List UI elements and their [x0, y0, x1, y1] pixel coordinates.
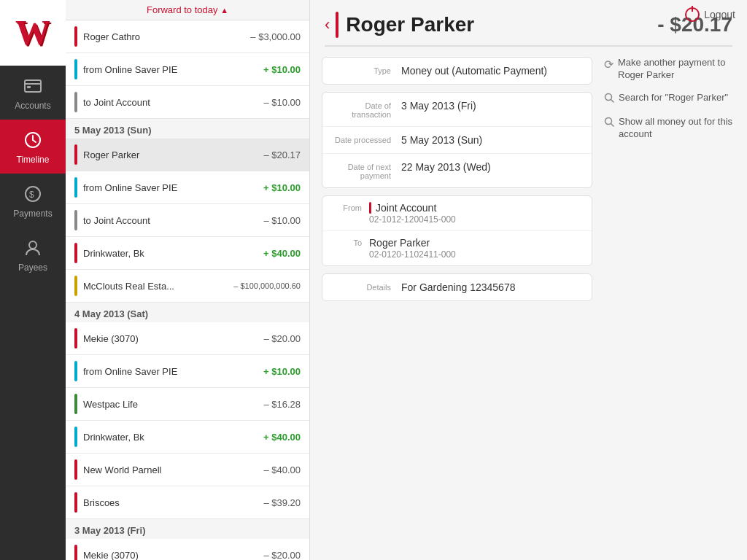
transaction-name: from Online Saver PIE	[83, 182, 258, 193]
transaction-amount: – $3,000.00	[250, 31, 301, 42]
transaction-amount: + $10.00	[263, 366, 301, 377]
color-indicator	[74, 361, 77, 381]
transaction-section-1: Roger Parker – $20.17 from Online Saver …	[66, 139, 309, 303]
table-row[interactable]: from Online Saver PIE + $10.00	[66, 171, 309, 204]
search-payee-action[interactable]: Search for "Roger Parker"	[604, 92, 735, 106]
to-label: To	[333, 237, 362, 247]
transaction-amount: + $10.00	[263, 64, 301, 75]
show-money-out-label: Show all money out for this account	[619, 116, 735, 141]
westpac-logo: W	[15, 15, 50, 50]
date-next-value: 22 May 2013 (Wed)	[401, 161, 581, 173]
search-icon-1	[604, 93, 614, 106]
detail-title-group: Roger Parker	[336, 12, 657, 38]
table-row[interactable]: Drinkwater, Bk + $40.00	[66, 421, 309, 454]
transaction-amount: – $10.00	[263, 215, 301, 226]
transaction-name: Briscoes	[83, 497, 258, 508]
color-indicator	[74, 59, 77, 79]
transaction-name: to Joint Account	[83, 215, 258, 226]
from-bar	[369, 202, 371, 214]
table-row[interactable]: to Joint Account – $10.00	[66, 204, 309, 237]
to-content: Roger Parker 02-0120-1102411-000	[369, 237, 581, 260]
type-label: Type	[333, 65, 391, 75]
color-indicator	[74, 26, 77, 47]
to-row: To Roger Parker 02-0120-1102411-000	[322, 231, 592, 265]
accounts-label: Accounts	[15, 101, 50, 111]
details-label: Details	[333, 281, 391, 292]
detail-red-bar	[336, 12, 338, 38]
svg-rect-2	[27, 86, 31, 88]
from-account-number: 02-1012-1200415-000	[369, 214, 581, 225]
make-payment-action[interactable]: ⟳ Make another payment to Roger Parker	[604, 57, 735, 82]
svg-line-5	[33, 140, 36, 142]
sidebar-item-accounts[interactable]: Accounts	[0, 66, 66, 120]
table-row[interactable]: Westpac Life – $16.28	[66, 388, 309, 421]
from-row: From Joint Account 02-1012-1200415-000	[322, 196, 592, 231]
sidebar-item-timeline[interactable]: Timeline	[0, 120, 66, 174]
detail-header: ‹ Roger Parker - $20.17	[310, 0, 747, 38]
transaction-name: from Online Saver PIE	[83, 366, 258, 377]
to-account-name: Roger Parker	[369, 237, 581, 249]
middle-panel: Forward to today ▲ Roger Cathro – $3,000…	[66, 0, 310, 560]
search-icon-2	[604, 117, 614, 130]
color-indicator	[74, 276, 77, 296]
forward-to-today-bar[interactable]: Forward to today ▲	[66, 0, 309, 20]
transaction-name: Drinkwater, Bk	[83, 248, 258, 259]
make-payment-label: Make another payment to Roger Parker	[618, 57, 735, 82]
sidebar-item-payees[interactable]: Payees	[0, 228, 66, 281]
date-transaction-label: Date of transaction	[333, 100, 391, 119]
sidebar: W Accounts Timeline $ Payme	[0, 0, 66, 560]
type-value: Money out (Automatic Payment)	[401, 65, 581, 77]
date-processed-label: Date processed	[333, 134, 391, 144]
color-indicator	[74, 459, 77, 480]
table-row[interactable]: New World Parnell – $40.00	[66, 454, 309, 486]
table-row[interactable]: Drinkwater, Bk + $40.00	[66, 237, 309, 270]
payments-label: Payments	[13, 209, 52, 219]
table-row[interactable]: Briscoes – $39.20	[66, 486, 309, 519]
date-text: 3 May 2013 (Fri)	[74, 525, 146, 536]
type-row: Type Money out (Automatic Payment)	[322, 58, 592, 84]
table-row[interactable]: McClouts Real Esta... – $100,000,000.60	[66, 270, 309, 303]
table-row[interactable]: from Online Saver PIE + $10.00	[66, 355, 309, 388]
accounts-icon	[21, 74, 44, 98]
color-indicator	[74, 427, 77, 447]
show-money-out-action[interactable]: Show all money out for this account	[604, 116, 735, 141]
date-next-row: Date of next payment 22 May 2013 (Wed)	[322, 154, 592, 187]
detail-actions: ⟳ Make another payment to Roger Parker S…	[604, 57, 735, 308]
date-text: 5 May 2013 (Sun)	[74, 125, 152, 136]
transaction-name: from Online Saver PIE	[83, 64, 258, 75]
transaction-name: Westpac Life	[83, 399, 258, 410]
color-indicator	[74, 545, 77, 560]
date-transaction-value: 3 May 2013 (Fri)	[401, 100, 581, 112]
table-row[interactable]: Roger Parker – $20.17	[66, 139, 309, 171]
type-card: Type Money out (Automatic Payment)	[322, 57, 592, 85]
from-label: From	[333, 202, 362, 212]
logout-button[interactable]: Logout	[685, 7, 735, 22]
transaction-amount: – $40.00	[263, 464, 301, 475]
from-to-card: From Joint Account 02-1012-1200415-000 T…	[322, 195, 592, 266]
table-row[interactable]: Mekie (3070) – $20.00	[66, 322, 309, 355]
back-button[interactable]: ‹	[325, 15, 330, 34]
refresh-icon: ⟳	[604, 58, 614, 71]
transaction-amount: + $40.00	[263, 432, 301, 443]
table-row[interactable]: Mekie (3070) – $20.00	[66, 539, 309, 560]
details-row: Details For Gardening 12345678	[322, 274, 592, 300]
color-indicator	[74, 210, 77, 230]
power-icon	[685, 7, 700, 22]
sidebar-item-payments[interactable]: $ Payments	[0, 174, 66, 228]
transaction-amount: – $20.17	[263, 149, 301, 160]
date-next-label: Date of next payment	[333, 161, 391, 180]
table-row[interactable]: Roger Cathro – $3,000.00	[66, 20, 309, 53]
transaction-amount: – $39.20	[263, 497, 301, 508]
transaction-name: Roger Cathro	[83, 31, 244, 42]
svg-line-10	[611, 99, 614, 102]
forward-label: Forward to today	[147, 4, 218, 15]
details-card: Details For Gardening 12345678	[322, 273, 592, 301]
table-row[interactable]: to Joint Account – $10.00	[66, 86, 309, 119]
transaction-amount: – $20.00	[263, 333, 301, 344]
payments-icon: $	[21, 182, 44, 206]
logout-label: Logout	[704, 9, 735, 20]
date-processed-value: 5 May 2013 (Sun)	[401, 134, 581, 146]
table-row[interactable]: from Online Saver PIE + $10.00	[66, 53, 309, 86]
svg-point-8	[29, 241, 36, 249]
color-indicator	[74, 92, 77, 112]
